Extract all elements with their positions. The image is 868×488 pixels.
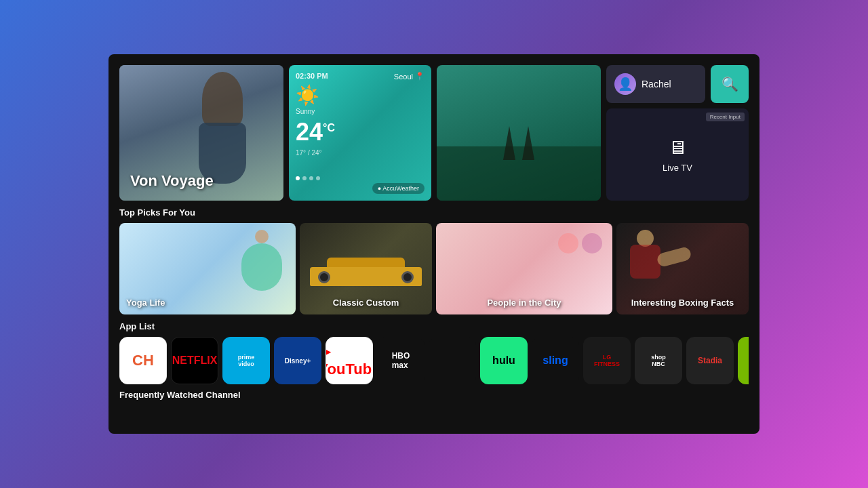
- avatar: 👤: [614, 73, 636, 95]
- app-geforce-now[interactable]: NVIDIAGeForceNOW: [738, 337, 749, 384]
- right-top-panel: 👤 Rachel 🔍 Recent Input 🖥 Live TV: [606, 65, 749, 201]
- location-pin-icon: 📍: [415, 72, 425, 81]
- app-netflix[interactable]: NETFLIX: [171, 337, 218, 384]
- app-stadia[interactable]: Stadia: [686, 337, 734, 384]
- weather-location: Seoul 📍: [394, 72, 425, 81]
- boxer-body: [630, 245, 660, 279]
- car-wheel-left: [318, 271, 330, 283]
- city-circles: [558, 233, 602, 253]
- tv-icon: 🖥: [668, 136, 687, 159]
- weather-carousel-dots: [296, 176, 425, 180]
- frequently-watched-section: Frequently Watched Channel: [119, 390, 749, 400]
- accuweather-button[interactable]: ● AccuWeather: [372, 183, 425, 194]
- weather-card: 02:30 PM Seoul 📍 ☀️ Sunny 24°C 17° / 24°…: [289, 65, 431, 201]
- weather-sun-icon: ☀️: [296, 84, 425, 106]
- apps-row: CH NETFLIX primevideo Disney+ ▶ YouTube …: [119, 337, 749, 384]
- city-circle-1: [558, 233, 578, 253]
- yoga-life-label: Yoga Life: [126, 298, 165, 308]
- pick-card-city[interactable]: People in the City: [436, 223, 612, 314]
- car-shape: [307, 257, 425, 294]
- app-hulu[interactable]: hulu: [480, 337, 528, 384]
- app-apple-tv[interactable]: [429, 337, 476, 384]
- app-lg-fitness[interactable]: LGFITNESS: [583, 337, 631, 384]
- app-list-section: App List CH NETFLIX primevideo Disney+ ▶…: [119, 321, 749, 384]
- weather-dot-3: [309, 176, 313, 180]
- yoga-figure: [235, 230, 289, 298]
- people-city-label: People in the City: [436, 298, 612, 308]
- app-prime-video[interactable]: primevideo: [222, 337, 270, 384]
- app-list-label: App List: [119, 321, 749, 331]
- weather-dot-1: [296, 176, 300, 180]
- boxer-silhouette: [623, 230, 691, 304]
- weather-condition: Sunny: [296, 108, 425, 115]
- top-section: Von Voyage 02:30 PM Seoul 📍 ☀️ Sunny 24°…: [119, 65, 749, 201]
- picks-row: Yoga Life Classic Custom: [119, 223, 749, 314]
- hero-title: Von Voyage: [130, 172, 214, 190]
- tree-2: [522, 126, 534, 160]
- top-picks-label: Top Picks For You: [119, 207, 749, 218]
- tree-1: [503, 126, 515, 160]
- pick-card-boxing[interactable]: Interesting Boxing Facts: [616, 223, 749, 314]
- city-circle-2: [582, 233, 602, 253]
- boxing-facts-label: Interesting Boxing Facts: [616, 298, 749, 308]
- frequently-watched-label: Frequently Watched Channel: [119, 390, 749, 400]
- pick-card-yoga[interactable]: Yoga Life: [119, 223, 296, 314]
- car-body: [310, 267, 422, 286]
- landscape-trees: [503, 126, 534, 160]
- live-tv-label: Live TV: [663, 163, 692, 173]
- car-wheel-right: [401, 271, 414, 283]
- app-channel[interactable]: CH: [119, 337, 167, 384]
- app-sling-tv[interactable]: sling: [532, 337, 579, 384]
- tv-frame: Von Voyage 02:30 PM Seoul 📍 ☀️ Sunny 24°…: [108, 54, 760, 434]
- search-icon: 🔍: [722, 76, 738, 92]
- app-youtube[interactable]: ▶ YouTube: [326, 337, 373, 384]
- weather-temperature: 24°C: [296, 118, 425, 146]
- landscape-card: [437, 65, 601, 201]
- app-hbo-max[interactable]: HBOmax: [377, 337, 425, 384]
- weather-dot-2: [302, 176, 307, 180]
- recent-input-badge: Recent Input: [706, 113, 745, 121]
- app-disney-plus[interactable]: Disney+: [274, 337, 321, 384]
- weather-dot-4: [316, 176, 320, 180]
- user-card-row: 👤 Rachel 🔍: [606, 65, 749, 103]
- search-button[interactable]: 🔍: [711, 65, 749, 103]
- boxer-arm: [656, 246, 692, 268]
- app-shopnbc[interactable]: shopNBC: [635, 337, 682, 384]
- pick-card-classic[interactable]: Classic Custom: [300, 223, 432, 314]
- hero-card[interactable]: Von Voyage: [119, 65, 283, 201]
- user-profile-button[interactable]: 👤 Rachel: [606, 65, 705, 103]
- hero-person-figure: [175, 72, 256, 180]
- live-tv-card[interactable]: Recent Input 🖥 Live TV: [606, 108, 749, 201]
- classic-custom-label: Classic Custom: [300, 298, 432, 308]
- weather-range: 17° / 24°: [296, 149, 425, 157]
- top-picks-section: Top Picks For You Yoga Life Classic Cust…: [119, 207, 749, 314]
- user-name: Rachel: [642, 79, 671, 89]
